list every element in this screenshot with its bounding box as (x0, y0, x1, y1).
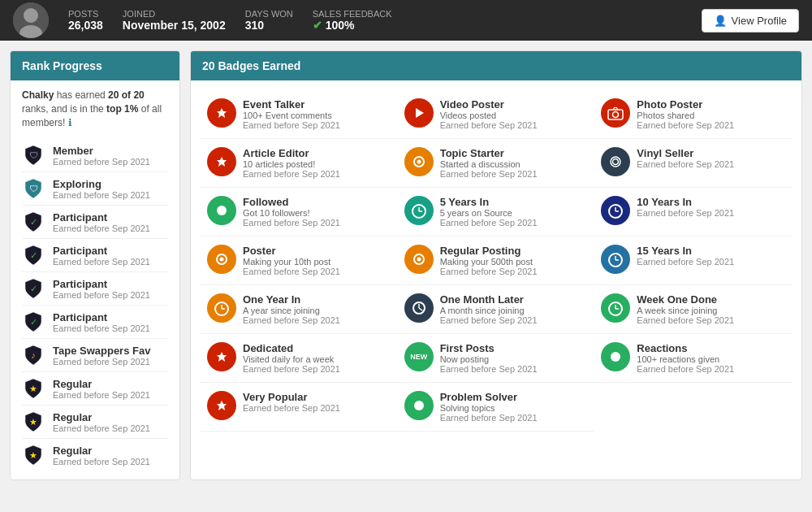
rank-info: Tape Swappers Fav Earned before Sep 2021 (53, 345, 150, 367)
rank-list: 🛡 Member Earned before Sep 2021 🛡 Explor… (22, 139, 168, 471)
badge-name: Poster (243, 245, 340, 257)
rank-name: Participant (53, 245, 150, 257)
svg-marker-13 (217, 108, 227, 118)
badge-name: Very Popular (243, 391, 340, 403)
posts-label: POSTS (68, 9, 103, 19)
badge-info: Dedicated Visited daily for a week Earne… (243, 342, 340, 374)
rank-sub: Earned before Sep 2021 (53, 157, 150, 167)
badge-info: One Year In A year since joining Earned … (243, 293, 340, 325)
days-won-label: DAYS WON (245, 9, 293, 19)
badge-name: One Month Later (440, 293, 538, 306)
badge-icon (404, 98, 434, 128)
badge-icon (404, 293, 434, 323)
svg-text:🛡: 🛡 (29, 184, 38, 193)
rank-item: ✓ Participant Earned before Sep 2021 (22, 306, 168, 339)
rank-icon: ★ (22, 444, 45, 466)
rank-info: Participant Earned before Sep 2021 (53, 278, 150, 300)
badge-item: Dedicated Visited daily for a week Earne… (201, 334, 398, 383)
badge-desc: Solving topics (440, 403, 538, 413)
badge-info: Photo Poster Photos shared Earned before… (637, 98, 734, 130)
rank-panel-title: Rank Progress (22, 59, 102, 72)
badge-name: Event Talker (243, 98, 340, 111)
rank-name: Exploring (53, 178, 150, 190)
sales-feedback-value: ✔ 100% (313, 19, 392, 32)
svg-text:★: ★ (29, 417, 37, 427)
badge-name: Regular Posting (440, 245, 538, 257)
badge-info: Regular Posting Making your 500th post E… (440, 245, 538, 276)
svg-point-48 (414, 401, 424, 410)
badge-desc: Now posting (440, 354, 538, 364)
svg-marker-14 (416, 108, 424, 118)
rank-panel-body: Chalky has earned 20 of 20 ranks, and is… (11, 80, 179, 479)
badge-info: Event Talker 100+ Event comments Earned … (243, 98, 340, 130)
badge-earned: Earned before Sep 2021 (440, 218, 538, 228)
badge-name: Video Poster (440, 98, 538, 111)
rank-icon: ✓ (22, 277, 45, 300)
view-profile-button[interactable]: 👤 View Profile (702, 9, 799, 33)
svg-point-32 (417, 258, 421, 262)
badge-info: Article Editor 10 articles posted! Earne… (243, 147, 340, 179)
rank-icon: ✓ (22, 310, 45, 333)
badges-panel-header: 20 Badges Earned (191, 51, 801, 80)
rank-info: Participant Earned before Sep 2021 (53, 245, 150, 267)
view-profile-label: View Profile (732, 15, 787, 27)
badges-panel-title: 20 Badges Earned (202, 59, 300, 72)
rank-sub: Earned before Sep 2021 (53, 423, 150, 433)
rank-info: Participant Earned before Sep 2021 (53, 211, 150, 233)
badge-info: Video Poster Videos posted Earned before… (440, 98, 538, 130)
badge-earned: Earned before Sep 2021 (637, 120, 734, 130)
svg-text:✓: ✓ (30, 250, 37, 260)
rank-icon: ★ (22, 410, 45, 433)
badge-earned: Earned before Sep 2021 (440, 413, 538, 423)
badge-info: Topic Starter Started a discussion Earne… (440, 147, 538, 179)
svg-point-19 (417, 160, 421, 164)
badge-info: Vinyl Seller Earned before Sep 2021 (637, 147, 734, 169)
badge-icon (601, 342, 630, 371)
badge-name: Vinyl Seller (637, 147, 734, 159)
badge-info: Week One Done A week since joining Earne… (637, 293, 734, 325)
rank-sub: Earned before Sep 2021 (53, 323, 150, 333)
rank-item: 🛡 Member Earned before Sep 2021 (22, 139, 168, 172)
info-icon[interactable]: ℹ (68, 117, 72, 128)
svg-text:🛡: 🛡 (29, 150, 38, 160)
posts-stat: POSTS 26,038 (68, 9, 103, 32)
rank-icon: 🛡 (22, 177, 45, 200)
badge-icon (601, 293, 630, 323)
sales-feedback-stat: SALES FEEDBACK ✔ 100% (313, 9, 392, 32)
svg-point-1 (24, 8, 38, 23)
badge-item: Video Poster Videos posted Earned before… (398, 90, 595, 139)
badge-desc: 5 years on Source (440, 208, 538, 218)
badge-earned: Earned before Sep 2021 (637, 257, 734, 267)
posts-value: 26,038 (68, 19, 103, 32)
badge-icon (207, 245, 236, 274)
rank-sub: Earned before Sep 2021 (53, 257, 150, 267)
svg-marker-47 (217, 401, 227, 410)
badge-info: Poster Making your 10th post Earned befo… (243, 245, 340, 276)
badge-name: Topic Starter (440, 147, 538, 159)
days-won-value: 310 (245, 19, 293, 32)
rank-icon: ♪ (22, 344, 45, 367)
rank-icon: ★ (22, 377, 45, 400)
rank-item: ✓ Participant Earned before Sep 2021 (22, 272, 168, 306)
badge-desc: Visited daily for a week (243, 354, 340, 364)
rank-info: Member Earned before Sep 2021 (53, 145, 150, 167)
badge-earned: Earned before Sep 2021 (243, 120, 340, 130)
rank-name: Regular (53, 411, 150, 423)
badge-info: 10 Years In Earned before Sep 2021 (637, 196, 734, 218)
svg-point-16 (613, 112, 619, 118)
svg-text:♪: ♪ (31, 350, 36, 360)
badge-item: 5 Years In 5 years on Source Earned befo… (398, 188, 595, 236)
badge-icon (404, 147, 434, 176)
svg-point-22 (217, 206, 227, 215)
badge-earned: Earned before Sep 2021 (637, 315, 734, 325)
badge-desc: Photos shared (637, 111, 734, 120)
badge-icon: NEW (404, 342, 434, 371)
rank-info: Exploring Earned before Sep 2021 (53, 178, 150, 200)
rank-icon: ✓ (22, 244, 45, 267)
rank-name: Tape Swappers Fav (53, 345, 150, 357)
badge-earned: Earned before Sep 2021 (440, 315, 538, 325)
rank-intro: Chalky has earned 20 of 20 ranks, and is… (22, 89, 168, 129)
badge-desc: 100+ reactions given (637, 354, 734, 364)
badges-grid: Event Talker 100+ Event comments Earned … (191, 80, 801, 441)
badge-item: 15 Years In Earned before Sep 2021 (594, 236, 792, 285)
